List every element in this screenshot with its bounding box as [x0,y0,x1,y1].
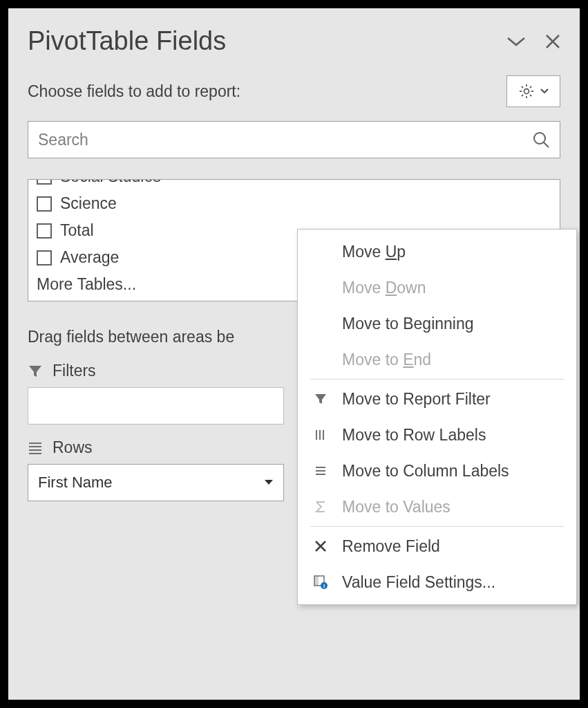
tools-button[interactable] [506,75,560,107]
svg-point-0 [524,89,529,94]
menu-label: Move to Beginning [342,315,474,333]
menu-move-up[interactable]: Move Up [298,234,576,270]
subtitle-text: Choose fields to add to report: [28,82,240,101]
filters-dropzone[interactable] [28,387,284,425]
field-item-science[interactable]: Science [28,190,560,217]
menu-move-report-filter[interactable]: Move to Report Filter [298,381,576,417]
field-checkbox[interactable] [37,223,52,239]
search-icon [532,131,550,149]
menu-move-end: Move to End [298,342,576,378]
rows-label: Rows [53,438,93,457]
search-box[interactable] [28,121,560,158]
search-input[interactable] [38,131,532,149]
close-icon[interactable] [545,34,560,49]
svg-rect-3 [314,576,319,586]
menu-label: Move to Row Labels [342,426,486,445]
remove-icon [310,539,331,553]
field-label: Average [60,248,119,267]
svg-text:i: i [323,583,325,589]
dropdown-caret-icon [540,88,549,94]
menu-label: Move Up [342,243,406,261]
menu-label: Move Down [342,279,426,297]
filter-icon [310,392,331,406]
filters-label: Filters [53,362,96,380]
menu-label: Move to Values [342,498,451,516]
menu-move-values: Move to Values [298,489,576,525]
row-labels-icon [310,428,331,442]
field-checkbox[interactable] [37,196,52,212]
menu-label: Move to Report Filter [342,390,491,409]
menu-value-field-settings[interactable]: i Value Field Settings... [298,564,576,600]
field-checkbox[interactable] [37,179,52,185]
collapse-icon[interactable] [506,36,526,47]
rows-dropzone[interactable]: First Name [28,464,284,501]
svg-point-1 [534,133,545,144]
menu-move-row-labels[interactable]: Move to Row Labels [298,417,576,453]
filters-area: Filters [28,362,284,425]
menu-label: Remove Field [342,537,440,556]
field-item-social-studies[interactable]: Social Studies [28,179,560,190]
menu-move-beginning[interactable]: Move to Beginning [298,306,576,342]
menu-move-column-labels[interactable]: Move to Column Labels [298,453,576,489]
menu-label: Move to End [342,351,431,369]
menu-separator [310,526,564,527]
field-label: Total [60,221,94,240]
subtitle-row: Choose fields to add to report: [28,75,560,107]
rows-header: Rows [28,438,284,457]
column-labels-icon [310,464,331,478]
menu-label: Move to Column Labels [342,462,509,481]
settings-info-icon: i [310,575,331,590]
sigma-icon [310,500,331,514]
rows-area: Rows First Name [28,438,284,505]
pane-title: PivotTable Fields [28,26,226,56]
field-checkbox[interactable] [37,250,52,266]
filters-header: Filters [28,362,284,380]
menu-remove-field[interactable]: Remove Field [298,528,576,564]
rows-item-firstname[interactable]: First Name [28,465,283,501]
gear-icon [518,83,535,100]
rows-item-label: First Name [38,474,113,492]
pivottable-fields-pane: PivotTable Fields Choose fields to add t… [8,8,580,700]
field-context-menu: Move Up Move Down Move to Beginning Move… [297,229,577,605]
menu-separator [310,379,564,380]
header-controls [506,34,560,49]
field-label: Social Studies [60,179,161,186]
pane-header: PivotTable Fields [28,26,560,56]
rows-icon [28,440,43,456]
field-label: Science [60,194,117,213]
menu-move-down: Move Down [298,270,576,306]
filter-icon [28,364,43,379]
menu-label: Value Field Settings... [342,573,495,592]
dropdown-caret-icon [264,479,274,486]
